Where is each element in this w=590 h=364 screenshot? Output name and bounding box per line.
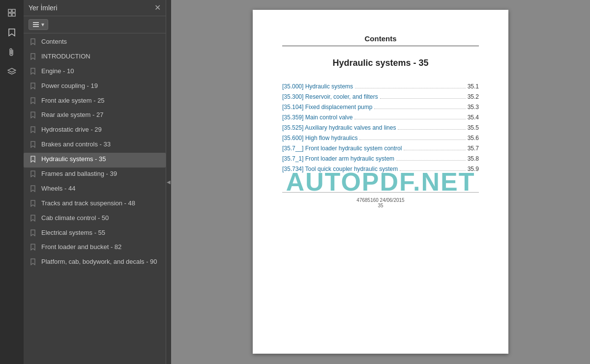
dropdown-chevron-icon: ▾: [41, 21, 44, 28]
bookmark-icon-3: [30, 83, 38, 92]
bookmark-label-9: Frames and ballasting - 39: [41, 170, 161, 178]
toc-page-1: 35.2: [468, 93, 479, 100]
toc-label-6[interactable]: [35.7__] Front loader hydraulic system c…: [282, 145, 402, 152]
bookmark-item-5[interactable]: Rear axle system - 27: [24, 109, 166, 123]
bookmark-icon-7: [30, 141, 38, 150]
toc-container: [35.000] Hydraulic systems 35.1 [35.300]…: [282, 83, 479, 172]
bookmark-icon-9: [30, 170, 38, 180]
toc-page-0: 35.1: [468, 83, 479, 90]
bookmark-label-4: Front axle system - 25: [41, 97, 161, 105]
bookmark-icon-2: [30, 68, 38, 77]
svg-rect-1: [12, 9, 15, 12]
toc-label-1[interactable]: [35.300] Reservoir, cooler, and filters: [282, 93, 378, 100]
toc-page-7: 35.8: [468, 155, 479, 162]
bookmark-list: Contents INTRODUCTION Engine - 10 Power …: [24, 33, 166, 364]
toc-label-2[interactable]: [35.104] Fixed displacement pump: [282, 104, 372, 111]
toc-dots-8: [400, 170, 465, 171]
bookmark-label-10: Wheels - 44: [41, 185, 161, 193]
bookmark-item-10[interactable]: Wheels - 44: [24, 182, 166, 197]
bookmarks-icon-btn[interactable]: [3, 24, 21, 41]
title-divider: [282, 46, 479, 46]
toc-entry-6: [35.7__] Front loader hydraulic system c…: [282, 145, 479, 152]
toc-label-7[interactable]: [35.7_1] Front loader arm hydraulic syst…: [282, 155, 394, 162]
pdf-page: Contents Hydraulic systems - 35 AUTOPDF.…: [253, 10, 508, 354]
sidebar-title: Yer İmleri: [29, 4, 58, 12]
pages-icon-btn[interactable]: [3, 4, 21, 22]
footer-page-num: 35: [282, 203, 479, 208]
bookmark-item-15[interactable]: Platform, cab, bodywork, and decals - 90: [24, 255, 166, 270]
bookmark-label-2: Engine - 10: [41, 67, 161, 76]
bookmark-label-5: Rear axle system - 27: [41, 111, 161, 119]
bookmark-item-1[interactable]: INTRODUCTION: [24, 50, 166, 65]
bookmark-item-0[interactable]: Contents: [24, 35, 166, 50]
bookmark-label-3: Power coupling - 19: [41, 82, 161, 90]
toc-dots-7: [396, 160, 466, 161]
resize-handle[interactable]: [166, 0, 171, 364]
bookmark-item-4[interactable]: Front axle system - 25: [24, 94, 166, 109]
toc-page-3: 35.4: [468, 114, 479, 121]
page-footer: 47685160 24/06/2015 35: [282, 192, 479, 208]
bookmark-item-3[interactable]: Power coupling - 19: [24, 80, 166, 94]
bookmark-item-6[interactable]: Hydrostatic drive - 29: [24, 123, 166, 138]
toc-page-6: 35.7: [468, 145, 479, 152]
toc-entry-7: [35.7_1] Front loader arm hydraulic syst…: [282, 155, 479, 162]
bookmark-label-11: Tracks and track suspension - 48: [41, 199, 161, 208]
toc-label-8[interactable]: [35.734] Tool quick coupler hydraulic sy…: [282, 166, 398, 172]
bookmark-icon-10: [30, 185, 38, 195]
sidebar-header: Yer İmleri ✕: [24, 0, 166, 16]
bookmark-label-12: Cab climate control - 50: [41, 214, 161, 223]
footer-date: 47685160 24/06/2015: [282, 197, 479, 203]
toc-entry-8: [35.734] Tool quick coupler hydraulic sy…: [282, 166, 479, 172]
bookmark-label-1: INTRODUCTION: [41, 53, 161, 61]
toc-label-5[interactable]: [35.600] High flow hydraulics: [282, 135, 357, 141]
toc-dots-0: [355, 88, 466, 88]
attachment-icon-btn[interactable]: [3, 43, 21, 61]
bookmark-icon-6: [30, 126, 38, 136]
toc-dots-6: [404, 150, 465, 150]
bookmark-icon-8: [30, 156, 38, 165]
svg-rect-4: [33, 22, 39, 23]
main-content: Contents Hydraulic systems - 35 AUTOPDF.…: [171, 0, 590, 364]
bookmark-icon-1: [30, 53, 38, 62]
svg-rect-3: [12, 13, 15, 16]
bookmark-item-8[interactable]: Hydraulic systems - 35: [24, 153, 166, 168]
toc-dots-5: [359, 140, 465, 140]
bookmark-icon-13: [30, 229, 38, 239]
svg-rect-6: [33, 26, 39, 27]
sidebar-menu-button[interactable]: ▾: [29, 19, 48, 30]
bookmark-icon-11: [30, 200, 38, 209]
toc-page-5: 35.6: [468, 135, 479, 141]
svg-rect-2: [8, 13, 11, 16]
bookmark-item-14[interactable]: Front loader and bucket - 82: [24, 241, 166, 255]
bookmark-icon-12: [30, 215, 38, 224]
svg-rect-5: [33, 24, 39, 25]
bookmark-label-0: Contents: [41, 38, 161, 46]
page-viewer[interactable]: Contents Hydraulic systems - 35 AUTOPDF.…: [171, 0, 590, 364]
layers-icon-btn[interactable]: [3, 63, 21, 81]
toc-dots-1: [380, 98, 466, 99]
sidebar: Yer İmleri ✕ ▾ Contents INTRODUCTION: [24, 0, 166, 364]
bookmark-icon-15: [30, 258, 38, 268]
toc-page-4: 35.5: [468, 124, 479, 131]
page-chapter-title: Hydraulic systems - 35: [282, 58, 479, 68]
toc-label-4[interactable]: [35.525] Auxiliary hydraulic valves and …: [282, 124, 396, 131]
toc-entry-2: [35.104] Fixed displacement pump 35.3: [282, 104, 479, 111]
bookmark-label-6: Hydrostatic drive - 29: [41, 126, 161, 134]
bookmark-item-13[interactable]: Electrical systems - 55: [24, 226, 166, 241]
bookmark-item-2[interactable]: Engine - 10: [24, 65, 166, 80]
toc-dots-2: [374, 109, 465, 109]
toc-dots-3: [354, 119, 465, 119]
bookmark-item-9[interactable]: Frames and ballasting - 39: [24, 168, 166, 182]
bookmark-item-12[interactable]: Cab climate control - 50: [24, 212, 166, 226]
sidebar-close-button[interactable]: ✕: [154, 4, 161, 12]
toc-label-0[interactable]: [35.000] Hydraulic systems: [282, 83, 353, 90]
bookmark-icon-4: [30, 97, 38, 107]
bookmark-item-7[interactable]: Brakes and controls - 33: [24, 138, 166, 153]
toc-entry-4: [35.525] Auxiliary hydraulic valves and …: [282, 124, 479, 131]
toc-label-3[interactable]: [35.359] Main control valve: [282, 114, 353, 121]
bookmark-label-13: Electrical systems - 55: [41, 229, 161, 237]
toc-entry-3: [35.359] Main control valve 35.4: [282, 114, 479, 121]
bookmark-icon-0: [30, 38, 38, 48]
toc-entry-0: [35.000] Hydraulic systems 35.1: [282, 83, 479, 90]
bookmark-item-11[interactable]: Tracks and track suspension - 48: [24, 197, 166, 212]
